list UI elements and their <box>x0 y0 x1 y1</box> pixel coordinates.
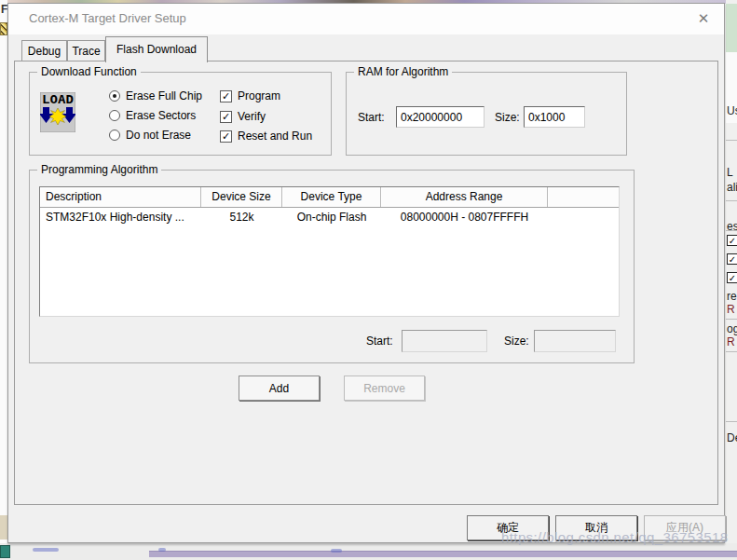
group-title: RAM for Algorithm <box>354 65 452 78</box>
group-title: Download Function <box>37 65 141 78</box>
cell-address-range: 08000000H - 0807FFFFH <box>381 208 548 226</box>
background-text-fragment: og <box>727 322 737 335</box>
checkbox-icon: ✓ <box>220 90 232 102</box>
load-icon: LOAD <box>40 92 75 132</box>
cortex-m-target-driver-setup-dialog: Cortex-M Target Driver Setup ✕ Debug Tra… <box>7 3 725 543</box>
ram-start-input[interactable] <box>396 106 485 128</box>
background-checkbox-fragment: ✓ <box>727 235 737 246</box>
column-header-address-range[interactable]: Address Range <box>381 187 548 207</box>
tab-flash-download[interactable]: Flash Download <box>105 36 208 62</box>
background-folder-icon <box>0 22 7 35</box>
cell-empty <box>548 208 620 226</box>
cell-device-size: 512k <box>201 208 282 226</box>
background-text-fragment: es <box>727 220 737 233</box>
column-header-device-type[interactable]: Device Type <box>282 187 381 207</box>
background-taskbar-icon <box>0 545 10 558</box>
algorithm-size-input[interactable] <box>534 330 616 352</box>
column-header-empty[interactable] <box>548 187 620 207</box>
tab-label: Flash Download <box>116 43 197 56</box>
background-divider <box>726 319 737 320</box>
background-divider <box>726 140 737 141</box>
background-divider <box>726 351 737 352</box>
background-right-strip: Us L ali es ✓ ✓ ✓ re R og R De <box>726 0 737 560</box>
checkbox-program[interactable]: ✓ Program <box>220 89 280 102</box>
watermark-smudge <box>158 548 166 552</box>
button-label: Add <box>269 382 289 395</box>
programming-algorithm-group: Programming Algorithm Description Device… <box>29 170 635 363</box>
tab-label: Debug <box>28 45 61 58</box>
dialog-titlebar: Cortex-M Target Driver Setup ✕ <box>8 4 724 34</box>
csdn-watermark: https://blog.csdn.net/qq_36753518 <box>501 529 728 545</box>
checkbox-label: Verify <box>238 110 266 123</box>
table-row[interactable]: STM32F10x High-density ... 512k On-chip … <box>40 208 619 226</box>
background-block <box>0 515 7 540</box>
background-bottom-strip <box>0 543 737 560</box>
cell-description: STM32F10x High-density ... <box>40 208 201 226</box>
dialog-title: Cortex-M Target Driver Setup <box>29 11 186 25</box>
algorithm-table: Description Device Size Device Type Addr… <box>39 186 620 317</box>
radio-label: Do not Erase <box>126 129 191 142</box>
algorithm-start-input[interactable] <box>402 330 487 352</box>
background-text-fragment: R <box>727 335 735 348</box>
background-text-fragment: ali <box>727 181 737 194</box>
tab-label: Trace <box>72 45 100 58</box>
radio-label: Erase Full Chip <box>126 89 202 102</box>
cell-device-type: On-chip Flash <box>282 208 381 226</box>
close-icon[interactable]: ✕ <box>694 9 713 28</box>
checkbox-icon: ✓ <box>220 130 232 143</box>
background-text-fragment: De <box>727 431 737 444</box>
screen: F Us L ali es ✓ ✓ ✓ re R og R De Cortex-… <box>0 0 737 560</box>
tab-debug[interactable]: Debug <box>21 40 67 61</box>
background-checkbox-fragment: ✓ <box>727 253 737 265</box>
radio-icon <box>109 130 120 141</box>
column-header-device-size[interactable]: Device Size <box>201 187 282 207</box>
background-text-fragment: re <box>727 290 737 303</box>
remove-button[interactable]: Remove <box>344 376 425 401</box>
column-header-description[interactable]: Description <box>40 187 201 207</box>
ram-start-label: Start: <box>358 111 385 124</box>
background-divider <box>726 200 737 201</box>
radio-icon <box>109 110 120 121</box>
checkbox-icon: ✓ <box>220 111 232 123</box>
background-divider <box>726 421 737 422</box>
radio-do-not-erase[interactable]: Do not Erase <box>109 129 191 142</box>
algorithm-start-label: Start: <box>366 335 393 348</box>
radio-icon <box>109 90 120 102</box>
background-text-fragment: Us <box>727 104 737 117</box>
checkbox-reset-and-run[interactable]: ✓ Reset and Run <box>220 130 312 143</box>
button-label: Remove <box>363 382 405 395</box>
tab-trace[interactable]: Trace <box>67 40 105 61</box>
group-title: Programming Algorithm <box>37 163 161 176</box>
watermark-smudge <box>33 548 59 552</box>
radio-erase-full-chip[interactable]: Erase Full Chip <box>109 89 202 102</box>
background-purple-bar <box>149 551 737 557</box>
background-text-fragment: L <box>727 166 733 179</box>
ram-size-input[interactable] <box>524 106 585 128</box>
checkbox-label: Program <box>238 89 280 102</box>
checkbox-label: Reset and Run <box>238 130 312 143</box>
add-button[interactable]: Add <box>239 376 320 401</box>
radio-erase-sectors[interactable]: Erase Sectors <box>109 109 196 122</box>
algorithm-size-label: Size: <box>504 335 529 348</box>
algorithm-table-header: Description Device Size Device Type Addr… <box>40 187 619 208</box>
radio-label: Erase Sectors <box>126 109 196 122</box>
background-text-fragment: F <box>1 3 7 16</box>
background-left-strip: F <box>0 0 7 560</box>
svg-text:LOAD: LOAD <box>42 93 74 106</box>
background-green-block <box>726 4 737 52</box>
background-checkbox-fragment: ✓ <box>727 272 737 283</box>
background-text-fragment: R <box>727 303 735 316</box>
watermark-smudge <box>331 549 342 553</box>
ram-size-label: Size: <box>495 111 520 124</box>
checkbox-verify[interactable]: ✓ Verify <box>220 110 266 123</box>
